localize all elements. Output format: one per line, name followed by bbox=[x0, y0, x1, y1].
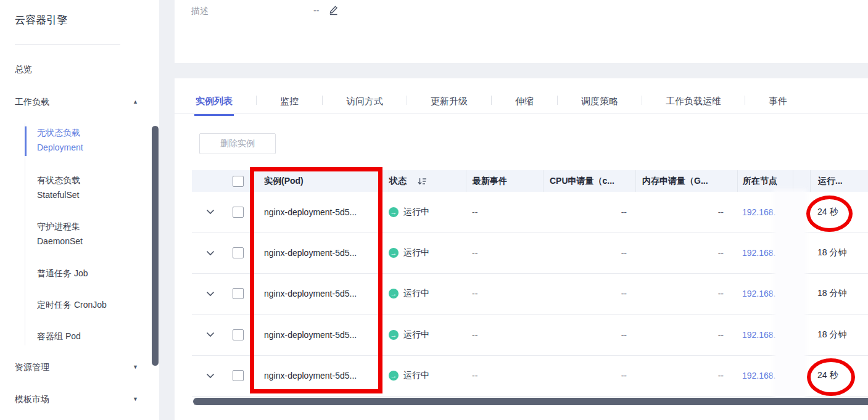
table-row: nginx-deployment-5d5... →运行中 -- -- -- 19… bbox=[192, 315, 868, 355]
mem-request: -- bbox=[635, 289, 737, 299]
column-header-pod[interactable]: 实例(Pod) bbox=[258, 176, 389, 187]
description-value: -- bbox=[313, 6, 319, 15]
description-label: 描述 bbox=[191, 6, 209, 17]
node-ip-link[interactable]: 192.168. bbox=[742, 207, 776, 217]
sidebar-item-workload-label: 工作负载 bbox=[15, 97, 49, 107]
tab-access[interactable]: 访问方式 bbox=[346, 96, 383, 116]
sidebar-item-daemonset-label: 守护进程集 bbox=[37, 219, 83, 234]
sidebar-item-market[interactable]: 模板市场 bbox=[15, 394, 49, 405]
row-checkbox[interactable] bbox=[233, 370, 244, 381]
column-header-runtime[interactable]: 运行... bbox=[810, 170, 868, 192]
row-checkbox[interactable] bbox=[233, 288, 244, 299]
expand-chevron-icon[interactable] bbox=[206, 209, 215, 215]
status-text: 运行中 bbox=[403, 207, 429, 218]
sidebar-item-deployment-sublabel: Deployment bbox=[37, 140, 83, 155]
column-header-event[interactable]: 最新事件 bbox=[466, 170, 543, 192]
sidebar-item-resource[interactable]: 资源管理 bbox=[15, 362, 49, 373]
row-checkbox[interactable] bbox=[233, 329, 244, 340]
select-all-checkbox[interactable] bbox=[233, 176, 244, 187]
workload-detail-card: 描述 -- bbox=[175, 0, 868, 63]
tab-events[interactable]: 事件 bbox=[769, 96, 787, 116]
sidebar-item-cronjob[interactable]: 定时任务 CronJob bbox=[37, 297, 107, 312]
pod-name[interactable]: nginx-deployment-5d5... bbox=[258, 289, 389, 299]
tab-bar: 实例列表 监控 访问方式 更新升级 伸缩 调度策略 工作负载运维 事件 bbox=[175, 89, 868, 114]
column-header-mem[interactable]: 内存申请量（G... bbox=[635, 170, 737, 192]
runtime: 18 分钟 bbox=[810, 329, 868, 340]
sort-icon[interactable] bbox=[418, 177, 427, 186]
node-ip-link[interactable]: 192.168. bbox=[742, 289, 776, 299]
row-checkbox[interactable] bbox=[233, 247, 244, 258]
runtime: 24 秒 bbox=[810, 207, 868, 218]
tab-workload-ops[interactable]: 工作负载运维 bbox=[666, 96, 721, 116]
chevron-up-icon[interactable]: ▲ bbox=[133, 99, 138, 105]
runtime: 24 秒 bbox=[810, 370, 868, 381]
cpu-request: -- bbox=[543, 207, 635, 217]
sidebar-item-daemonset[interactable]: 守护进程集 DaemonSet bbox=[37, 219, 83, 249]
sidebar-scrollbar-thumb[interactable] bbox=[152, 126, 159, 366]
runtime: 18 分钟 bbox=[810, 247, 868, 258]
row-checkbox[interactable] bbox=[233, 207, 244, 218]
tab-upgrade[interactable]: 更新升级 bbox=[431, 96, 468, 116]
tab-separator bbox=[745, 96, 745, 105]
tab-scheduling-policy[interactable]: 调度策略 bbox=[581, 96, 618, 116]
app-title: 云容器引擎 bbox=[15, 13, 67, 27]
column-header-status[interactable]: 状态 bbox=[389, 170, 466, 192]
sidebar-item-statefulset[interactable]: 有状态负载 StatefulSet bbox=[37, 173, 80, 202]
status-running-icon: → bbox=[389, 248, 399, 258]
active-item-indicator bbox=[25, 126, 27, 156]
mem-request: -- bbox=[635, 207, 737, 217]
node-ip-link[interactable]: 192.168. bbox=[742, 371, 776, 381]
node-ip-link[interactable]: 192.168. bbox=[742, 248, 776, 258]
pod-name[interactable]: nginx-deployment-5d5... bbox=[258, 371, 389, 381]
tab-separator bbox=[557, 96, 558, 105]
pod-name[interactable]: nginx-deployment-5d5... bbox=[258, 207, 389, 217]
column-header-node[interactable]: 所在节点 bbox=[737, 170, 810, 192]
tab-separator bbox=[491, 96, 492, 105]
chevron-down-icon[interactable]: ▼ bbox=[133, 396, 138, 402]
node-ip-link[interactable]: 192.168. bbox=[742, 330, 776, 340]
delete-pod-button[interactable]: 删除实例 bbox=[199, 133, 276, 154]
table-row: nginx-deployment-5d5... →运行中 -- -- -- 19… bbox=[192, 274, 868, 315]
chevron-down-icon[interactable]: ▼ bbox=[133, 364, 138, 370]
status-running-icon: → bbox=[389, 289, 399, 299]
sidebar-item-daemonset-sublabel: DaemonSet bbox=[37, 234, 83, 249]
subnav-indent-line bbox=[25, 123, 25, 345]
latest-event: -- bbox=[466, 371, 543, 381]
runtime: 18 分钟 bbox=[810, 288, 868, 299]
column-header-cpu[interactable]: CPU申请量（c... bbox=[543, 170, 635, 192]
pod-name[interactable]: nginx-deployment-5d5... bbox=[258, 248, 389, 258]
mem-request: -- bbox=[635, 371, 737, 381]
tab-scaling[interactable]: 伸缩 bbox=[515, 96, 534, 116]
status-text: 运行中 bbox=[403, 370, 429, 381]
tab-monitoring[interactable]: 监控 bbox=[280, 96, 299, 116]
horizontal-scrollbar-thumb[interactable] bbox=[193, 398, 868, 405]
expand-chevron-icon[interactable] bbox=[206, 291, 215, 297]
tab-separator bbox=[322, 96, 323, 105]
expand-chevron-icon[interactable] bbox=[206, 332, 215, 337]
sidebar: 云容器引擎 总览 工作负载 ▲ 无状态负载 Deployment 有状态负载 S… bbox=[0, 0, 159, 420]
latest-event: -- bbox=[466, 248, 543, 258]
tab-separator bbox=[642, 96, 642, 105]
cpu-request: -- bbox=[543, 330, 635, 340]
expand-chevron-icon[interactable] bbox=[206, 250, 215, 256]
table-row: nginx-deployment-5d5... →运行中 -- -- -- 19… bbox=[192, 356, 868, 397]
latest-event: -- bbox=[466, 330, 543, 340]
sidebar-item-statefulset-sublabel: StatefulSet bbox=[37, 187, 80, 202]
table-row: nginx-deployment-5d5... →运行中 -- -- -- 19… bbox=[192, 233, 868, 273]
cpu-request: -- bbox=[543, 248, 635, 258]
cpu-request: -- bbox=[543, 371, 635, 381]
status-running-icon: → bbox=[389, 371, 399, 381]
expand-chevron-icon[interactable] bbox=[206, 373, 215, 379]
sidebar-item-deployment[interactable]: 无状态负载 Deployment bbox=[37, 125, 83, 155]
edit-pencil-icon[interactable] bbox=[328, 4, 339, 15]
sidebar-item-pod[interactable]: 容器组 Pod bbox=[37, 329, 81, 344]
redacted-ip-blur bbox=[775, 192, 804, 397]
pod-name[interactable]: nginx-deployment-5d5... bbox=[258, 330, 389, 340]
sidebar-item-workload[interactable]: 工作负载 bbox=[15, 97, 49, 108]
latest-event: -- bbox=[466, 207, 543, 217]
sidebar-item-overview[interactable]: 总览 bbox=[15, 64, 32, 75]
mem-request: -- bbox=[635, 330, 737, 340]
sidebar-item-job[interactable]: 普通任务 Job bbox=[37, 266, 88, 281]
tab-pod-list[interactable]: 实例列表 bbox=[196, 96, 233, 116]
pod-table: 实例(Pod) 状态 最新事件 CPU申请量（c... 内存申请量（G... 所… bbox=[192, 170, 868, 397]
